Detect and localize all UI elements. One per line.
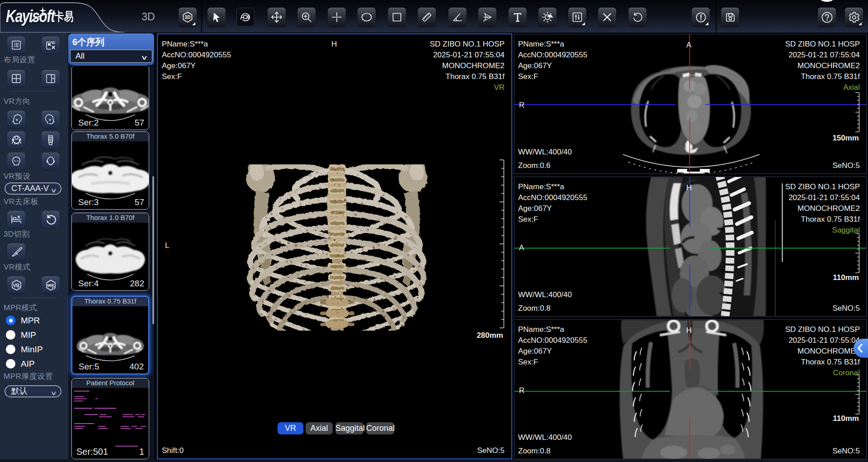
svg-text:3D: 3D bbox=[185, 15, 191, 20]
